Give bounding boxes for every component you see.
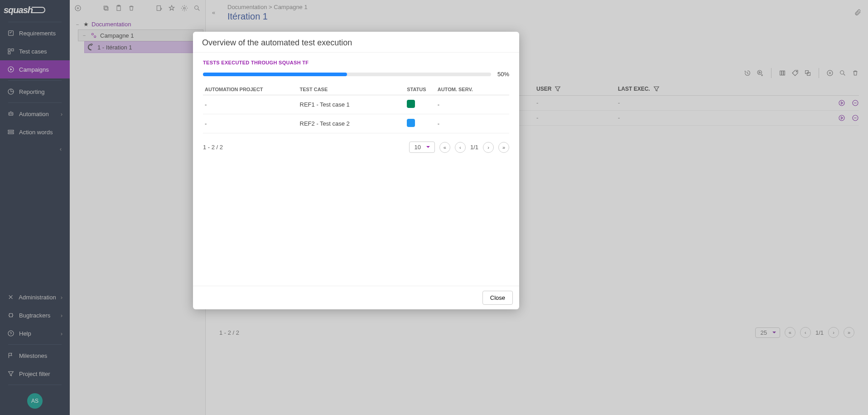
cell-project: - bbox=[203, 95, 298, 114]
modal-table: AUTOMATION PROJECT TEST CASE STATUS AUTO… bbox=[203, 84, 509, 133]
close-button[interactable]: Close bbox=[482, 291, 513, 305]
pager-prev[interactable]: ‹ bbox=[455, 142, 466, 153]
status-running-icon bbox=[407, 119, 415, 127]
cell-serv: - bbox=[436, 114, 509, 133]
pager-first[interactable]: « bbox=[439, 142, 450, 153]
progress-label: 50% bbox=[497, 71, 509, 78]
col-test-case[interactable]: TEST CASE bbox=[298, 84, 405, 95]
progress-bar-fill bbox=[203, 73, 347, 76]
cell-testcase: REF2 - Test case 2 bbox=[298, 114, 405, 133]
col-autom-serv[interactable]: AUTOM. SERV. bbox=[436, 84, 509, 95]
cell-testcase: REF1 - Test case 1 bbox=[298, 95, 405, 114]
pager-next[interactable]: › bbox=[483, 142, 494, 153]
modal-page-size-select[interactable]: 10 bbox=[409, 142, 434, 153]
col-automation-project[interactable]: AUTOMATION PROJECT bbox=[203, 84, 298, 95]
progress-bar bbox=[203, 73, 491, 76]
status-passed-icon bbox=[407, 100, 415, 108]
modal-automated-exec-overview: Overview of the automated test execution… bbox=[193, 32, 519, 309]
modal-section-label: TESTS EXECUTED THROUGH SQUASH TF bbox=[203, 60, 509, 65]
modal-pager-page: 1/1 bbox=[470, 144, 478, 151]
pager-last[interactable]: » bbox=[498, 142, 509, 153]
table-row[interactable]: - REF2 - Test case 2 - bbox=[203, 114, 509, 133]
table-row[interactable]: - REF1 - Test case 1 - bbox=[203, 95, 509, 114]
cell-status bbox=[405, 114, 436, 133]
cell-project: - bbox=[203, 114, 298, 133]
cell-status bbox=[405, 95, 436, 114]
modal-title: Overview of the automated test execution bbox=[193, 32, 519, 53]
col-status[interactable]: STATUS bbox=[405, 84, 436, 95]
cell-serv: - bbox=[436, 95, 509, 114]
modal-pager-range: 1 - 2 / 2 bbox=[203, 144, 223, 151]
